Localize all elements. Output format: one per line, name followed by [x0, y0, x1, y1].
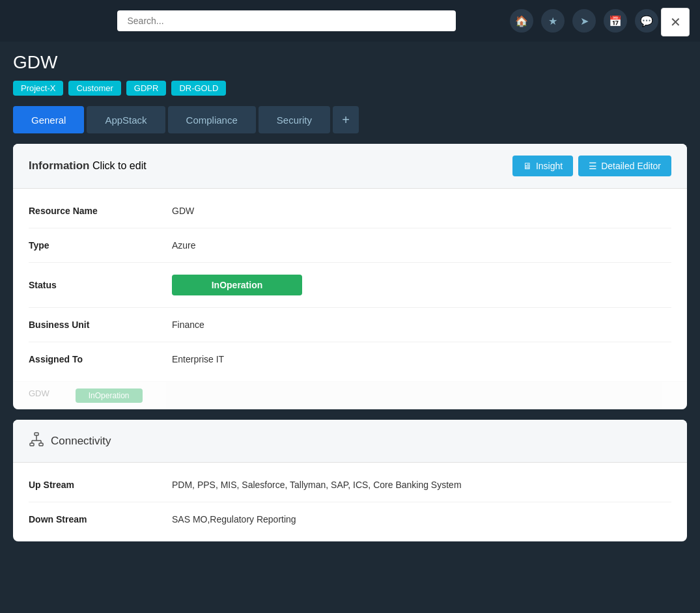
tag-project-x[interactable]: Project-X	[13, 81, 63, 96]
card-header-actions: 🖥 Insight ☰ Detailed Editor	[512, 156, 671, 176]
search-input[interactable]	[117, 10, 456, 31]
main-content: GDW Project-X Customer GDPR DR-GOLD Gene…	[0, 42, 700, 562]
home-icon[interactable]: 🏠	[510, 9, 533, 33]
info-row-type: Type Azure	[29, 228, 671, 263]
status-badge: InOperation	[172, 275, 302, 295]
info-row-downstream: Down Stream SAS MO,Regulatory Reporting	[29, 502, 671, 536]
info-row-status: Status InOperation	[29, 263, 671, 308]
information-card-header: Information Click to edit 🖥 Insight ☰ De…	[13, 144, 687, 189]
connectivity-card-header: Connectivity	[13, 420, 687, 463]
detailed-editor-button[interactable]: ☰ Detailed Editor	[578, 156, 671, 176]
svg-rect-1	[30, 443, 34, 446]
connectivity-card: Connectivity Up Stream PDM, PPS, MIS, Sa…	[13, 420, 687, 541]
list-icon: ☰	[589, 161, 597, 171]
search-bar[interactable]	[117, 10, 456, 31]
tab-appstack[interactable]: AppStack	[87, 106, 165, 133]
information-card: Information Click to edit 🖥 Insight ☰ De…	[13, 144, 687, 409]
information-card-title: Information Click to edit	[29, 159, 147, 172]
tag-customer[interactable]: Customer	[68, 81, 120, 96]
monitor-icon: 🖥	[523, 161, 532, 171]
tab-compliance[interactable]: Compliance	[168, 106, 256, 133]
tab-bar: General AppStack Compliance Security +	[13, 106, 687, 133]
svg-rect-0	[35, 433, 38, 435]
connectivity-icon	[29, 431, 44, 450]
add-tab-button[interactable]: +	[333, 106, 359, 133]
svg-rect-2	[39, 443, 43, 446]
calendar-icon[interactable]: 📅	[604, 9, 627, 33]
info-row-assigned-to: Assigned To Enterprise IT	[29, 342, 671, 376]
tab-security[interactable]: Security	[259, 106, 330, 133]
info-row-upstream: Up Stream PDM, PPS, MIS, Salesforce, Tal…	[29, 468, 671, 502]
tag-gdpr[interactable]: GDPR	[126, 81, 167, 96]
star-icon[interactable]: ★	[541, 9, 565, 33]
tags-row: Project-X Customer GDPR DR-GOLD	[13, 81, 687, 96]
connectivity-table: Up Stream PDM, PPS, MIS, Salesforce, Tal…	[13, 463, 687, 541]
close-button[interactable]: ✕	[661, 8, 690, 36]
information-table: Resource Name GDW Type Azure Status InOp…	[13, 189, 687, 381]
page-title: GDW	[13, 52, 687, 73]
tag-dr-gold[interactable]: DR-GOLD	[171, 81, 226, 96]
tab-general[interactable]: General	[13, 106, 84, 133]
chat-icon[interactable]: 💬	[635, 9, 658, 33]
ghost-row: GDW InOperation	[13, 381, 687, 409]
insight-button[interactable]: 🖥 Insight	[512, 156, 573, 176]
info-row-resource-name: Resource Name GDW	[29, 194, 671, 228]
connectivity-title: Connectivity	[51, 435, 111, 448]
send-icon[interactable]: ➤	[572, 9, 596, 33]
info-row-business-unit: Business Unit Finance	[29, 308, 671, 342]
navbar: 🏠 ★ ➤ 📅 💬 ?	[0, 0, 700, 42]
